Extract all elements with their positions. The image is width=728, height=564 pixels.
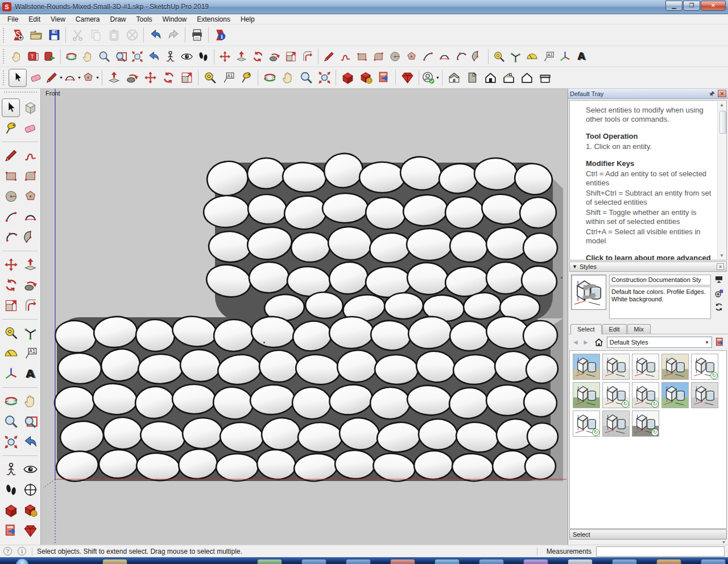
style-thumbnail-1[interactable] — [573, 354, 600, 380]
taskbar-item[interactable] — [390, 559, 415, 564]
orbit-button[interactable] — [260, 69, 279, 87]
zoom-button[interactable] — [297, 69, 315, 87]
move-button[interactable] — [141, 69, 159, 87]
offset-button[interactable] — [21, 296, 39, 315]
zoom-button[interactable] — [2, 412, 20, 431]
toolbar-grip[interactable] — [4, 92, 37, 94]
toolbar-grip[interactable] — [3, 49, 6, 64]
tape-measure-button[interactable] — [2, 324, 20, 342]
position-camera-button[interactable] — [2, 460, 20, 479]
text-button[interactable] — [540, 48, 557, 65]
zoom-button[interactable] — [96, 48, 113, 65]
3d-text-button[interactable] — [21, 364, 39, 383]
pan-button[interactable] — [279, 69, 297, 87]
extension-warehouse-button[interactable] — [21, 501, 39, 520]
zoom-previous-button[interactable] — [21, 433, 39, 451]
two-point-arc-button[interactable] — [21, 208, 39, 226]
menu-draw[interactable]: Draw — [105, 15, 131, 24]
windows-taskbar[interactable] — [0, 557, 728, 564]
rectangle-button[interactable] — [354, 48, 370, 65]
select-button[interactable] — [9, 69, 27, 87]
taskbar-item[interactable] — [479, 559, 504, 564]
styles-close-icon[interactable]: ✕ — [717, 263, 724, 270]
zoom-window-button[interactable] — [21, 412, 39, 431]
current-style-thumbnail[interactable] — [571, 275, 606, 310]
details-icon[interactable] — [714, 337, 726, 348]
style-thumbnail-13[interactable]: ↻ — [632, 410, 659, 437]
start-orb-icon[interactable] — [16, 559, 28, 564]
follow-me-button[interactable] — [123, 69, 141, 87]
menu-edit[interactable]: Edit — [23, 15, 46, 24]
instructor-scrollbar[interactable]: ▲ ▼ — [717, 101, 726, 259]
measurements-input[interactable] — [596, 546, 725, 557]
instructor-toggle-icon[interactable]: i — [18, 547, 26, 555]
eraser-button[interactable] — [21, 119, 39, 138]
style-thumbnail-7[interactable]: ↻ — [602, 382, 630, 408]
tray-header[interactable]: Default Tray ✕ — [568, 89, 728, 99]
arc-button[interactable] — [2, 208, 20, 226]
menu-file[interactable]: File — [2, 15, 23, 24]
extension-manager-button[interactable] — [398, 69, 416, 87]
tray-scroll-down-icon[interactable]: ▼ — [722, 540, 726, 544]
update-style-icon[interactable] — [714, 302, 724, 312]
sign-in-dropdown[interactable]: ▼ — [436, 76, 440, 80]
pie-button[interactable] — [469, 48, 486, 65]
zoom-window-button[interactable] — [113, 48, 129, 65]
scrollbar-thumb[interactable] — [719, 111, 726, 134]
arc-button[interactable] — [420, 48, 436, 65]
look-around-button[interactable] — [21, 460, 39, 479]
style-description-field[interactable]: Default face colors. Profile Edges. Whit… — [609, 287, 711, 319]
3d-text-button[interactable] — [573, 48, 590, 65]
close-button[interactable]: ✕ — [701, 1, 726, 11]
paint-bucket-button[interactable] — [2, 119, 20, 138]
menu-window[interactable]: Window — [158, 15, 192, 24]
taskbar-item[interactable] — [301, 559, 326, 564]
text-button[interactable] — [219, 69, 237, 87]
style-thumbnail-8[interactable]: ↻ — [632, 382, 659, 408]
front-view-button[interactable] — [481, 69, 499, 87]
select-button[interactable] — [2, 98, 20, 117]
3d-warehouse-button[interactable] — [2, 501, 20, 520]
tape-measure-button[interactable] — [201, 69, 219, 87]
menu-camera[interactable]: Camera — [71, 15, 105, 24]
three-point-arc-button[interactable] — [2, 228, 20, 247]
print-button[interactable] — [188, 26, 206, 44]
taskbar-item[interactable] — [523, 559, 548, 564]
taskbar-item[interactable] — [701, 559, 726, 564]
text-button[interactable] — [21, 344, 39, 363]
zoom-extents-button[interactable] — [2, 433, 20, 451]
two-point-arc-button[interactable] — [436, 48, 453, 65]
style-thumbnail-3[interactable] — [632, 354, 659, 380]
push-pull-button[interactable] — [21, 255, 39, 274]
tab-edit[interactable]: Edit — [602, 324, 627, 334]
back-arrow-icon[interactable]: ◄ — [572, 338, 579, 346]
pie-button[interactable] — [21, 228, 39, 247]
new-button[interactable] — [9, 26, 27, 44]
style-thumbnail-12[interactable] — [602, 410, 630, 437]
style-thumbnail-5[interactable]: ↻ — [691, 354, 718, 380]
style-thumbnail-4[interactable] — [661, 354, 689, 380]
select-collapsed-panel[interactable]: Select — [569, 529, 727, 540]
scroll-up-icon[interactable]: ▲ — [718, 101, 725, 109]
share-model-button[interactable] — [375, 69, 393, 87]
polygon-button[interactable] — [21, 187, 39, 206]
taskbar-item[interactable] — [568, 559, 593, 564]
dimension-button[interactable] — [21, 324, 39, 342]
make-component-button[interactable] — [21, 98, 39, 117]
sign-in-button[interactable]: ▼ — [421, 69, 440, 87]
iso-view-button[interactable] — [445, 69, 463, 87]
arcs-dropdown[interactable]: ▼ — [77, 76, 81, 80]
taskbar-item[interactable] — [612, 559, 637, 564]
style-thumbnail-2[interactable] — [602, 354, 630, 380]
follow-me-button[interactable] — [266, 48, 283, 65]
open-button[interactable] — [27, 26, 45, 44]
styles-collection-dropdown[interactable]: Default Styles ▼ — [607, 337, 712, 348]
protractor-button[interactable] — [524, 48, 540, 65]
collapse-icon[interactable]: ▼ — [572, 264, 577, 269]
extension-manager-button[interactable] — [21, 521, 39, 540]
model-canvas[interactable] — [41, 89, 568, 545]
menu-extensions[interactable]: Extensions — [192, 15, 235, 24]
orbit-button[interactable] — [63, 48, 80, 65]
section-plane-button[interactable] — [21, 480, 39, 499]
rectangle-button[interactable] — [2, 167, 20, 185]
